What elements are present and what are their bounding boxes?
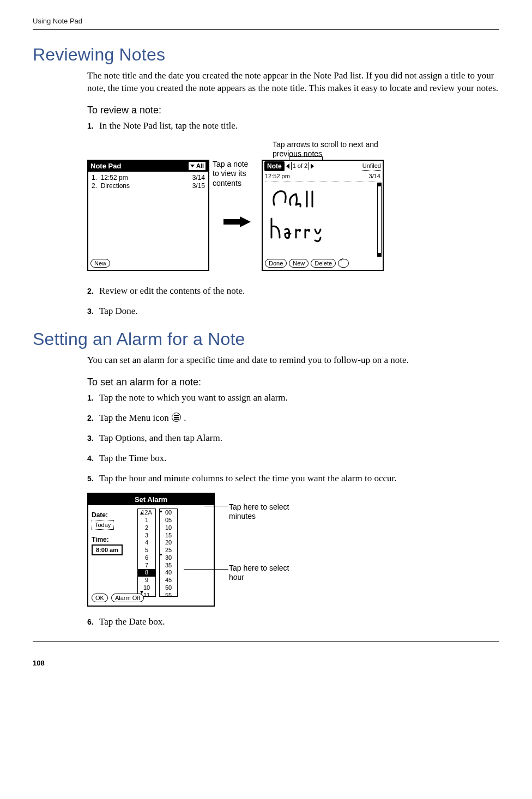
- note-list-row[interactable]: 1. 12:52 pm 3/14: [92, 174, 205, 183]
- figure-review-note: Tap arrows to scroll to next and previou…: [87, 140, 499, 282]
- leader-line: [184, 569, 228, 570]
- notepad-title-label: Note Pad: [90, 161, 121, 171]
- step-text: Tap Done.: [99, 305, 499, 318]
- ok-button[interactable]: OK: [92, 594, 108, 602]
- notepad-titlebar: Note Pad All: [88, 161, 208, 172]
- step-number: 6.: [87, 616, 99, 628]
- step-text: In the Note Pad list, tap the note title…: [99, 120, 499, 132]
- next-note-arrow-icon[interactable]: [311, 164, 314, 169]
- figure-set-alarm: Set Alarm Date: Today Time: 8:00 am ▲ 12…: [87, 493, 499, 613]
- note-detail-screen: Note 1 of 2 Unfiled 12:52 pm 3/14: [262, 160, 384, 271]
- section-title-alarm: Setting an Alarm for a Note: [33, 328, 499, 351]
- step-text: Tap the Menu icon .: [99, 412, 499, 425]
- new-button[interactable]: New: [289, 259, 309, 268]
- prev-note-arrow-icon[interactable]: [286, 164, 289, 169]
- step-text: Tap the Date box.: [99, 616, 499, 628]
- time-box[interactable]: 8:00 am: [92, 544, 123, 556]
- time-label: Time:: [92, 535, 134, 544]
- step-text: Tap the note to which you want to assign…: [99, 392, 499, 404]
- step-number: 2.: [87, 412, 99, 425]
- minute-marker-icon: [160, 554, 162, 555]
- callout-select-minutes: Tap here to select minutes: [229, 503, 300, 522]
- category-label[interactable]: Unfiled: [362, 162, 381, 171]
- section-title-reviewing: Reviewing Notes: [33, 43, 499, 66]
- step-number: 3.: [87, 432, 99, 445]
- done-button[interactable]: Done: [265, 259, 287, 268]
- note-time: 12:52 pm: [265, 172, 290, 180]
- subhead-review-note: To review a note:: [87, 104, 499, 117]
- bottom-rule: [33, 641, 499, 642]
- top-rule: [33, 29, 499, 30]
- selected-hour: 8: [138, 569, 155, 577]
- intro-paragraph-2: You can set an alarm for a specific time…: [87, 354, 499, 367]
- page-number: 108: [33, 658, 499, 668]
- minute-marker-icon: [160, 511, 162, 512]
- intro-paragraph-1: The note title and the date you created …: [87, 70, 499, 95]
- callout-select-hour: Tap here to select hour: [229, 564, 300, 583]
- category-selector[interactable]: All: [188, 161, 206, 171]
- step-number: 2.: [87, 285, 99, 298]
- step-text: Review or edit the contents of the note.: [99, 285, 499, 298]
- vertical-scrollbar[interactable]: [377, 183, 382, 257]
- dropdown-triangle-icon: [190, 165, 195, 167]
- note-date: 3/14: [369, 172, 380, 180]
- note-list-row[interactable]: 2. Directions 3/15: [92, 182, 205, 191]
- scroll-up-icon[interactable]: ▲: [139, 510, 144, 517]
- step-number: 1.: [87, 120, 99, 132]
- handwriting-canvas[interactable]: [266, 186, 359, 246]
- step-text: Tap the Time box.: [99, 452, 499, 465]
- minute-column[interactable]: 00 05 10 15 20 25 30 35 40 45 50 55: [159, 509, 178, 597]
- alarm-off-button[interactable]: Alarm Off: [111, 594, 144, 602]
- running-head: Using Note Pad: [33, 16, 499, 26]
- svg-marker-0: [223, 216, 251, 227]
- dialog-title: Set Alarm: [88, 494, 214, 506]
- subhead-set-alarm: To set an alarm for a note:: [87, 376, 499, 389]
- leader-line: [204, 506, 228, 506]
- hour-column[interactable]: ▲ 12A 1 2 3 4 5 6 7 8 9 10 11 ▼: [137, 509, 156, 597]
- note-counter: 1 of 2: [291, 162, 310, 170]
- new-button[interactable]: New: [90, 259, 110, 268]
- note-label: Note: [264, 161, 285, 171]
- date-box[interactable]: Today: [92, 520, 114, 530]
- notepad-list-screen: Note Pad All 1. 12:52 pm 3/14 2. Directi…: [87, 160, 209, 271]
- category-label: All: [196, 162, 204, 170]
- set-alarm-dialog: Set Alarm Date: Today Time: 8:00 am ▲ 12…: [87, 493, 215, 607]
- menu-icon: [172, 413, 181, 422]
- callout-tap-note: Tap a note to view its contents: [213, 160, 256, 189]
- arrow-right-icon: [223, 216, 251, 227]
- step-number: 4.: [87, 452, 99, 465]
- pen-icon[interactable]: [338, 259, 349, 268]
- step-number: 1.: [87, 392, 99, 404]
- step-number: 5.: [87, 473, 99, 485]
- step-number: 3.: [87, 305, 99, 318]
- date-label: Date:: [92, 511, 134, 519]
- step-text: Tap Options, and then tap Alarm.: [99, 432, 499, 445]
- delete-button[interactable]: Delete: [311, 259, 336, 268]
- step-text: Tap the hour and minute columns to selec…: [99, 473, 499, 485]
